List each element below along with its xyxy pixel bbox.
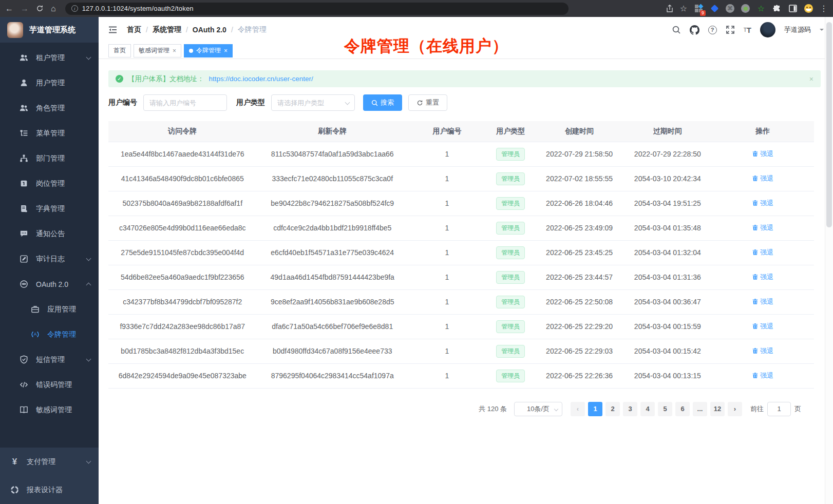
avatar[interactable] xyxy=(760,22,775,37)
sidebar: 芋道管理系统 租户管理 用户管理 角色管理 菜单管理 部门管理 xyxy=(0,17,99,504)
browser-menu-icon[interactable]: ⋮ xyxy=(820,5,828,13)
app-logo-bar[interactable]: 芋道管理系统 xyxy=(0,17,99,43)
sidebar-collapse-icon[interactable] xyxy=(108,26,118,34)
page-ellipsis[interactable]: ... xyxy=(693,402,707,416)
breadcrumb-system[interactable]: 系统管理 xyxy=(153,25,181,34)
fullscreen-icon[interactable] xyxy=(726,25,735,34)
page-button[interactable]: 4 xyxy=(640,402,655,416)
sidebar-item-oauth[interactable]: OAuth 2.0 xyxy=(0,272,99,297)
extension-wallet-icon[interactable]: 9 xyxy=(694,4,703,13)
username[interactable]: 芋道源码 xyxy=(784,25,811,34)
github-icon[interactable] xyxy=(690,25,699,35)
extension-command-icon[interactable]: ⌘ xyxy=(726,4,734,13)
page-button[interactable]: 5 xyxy=(658,402,672,416)
access-token-cell: f9336e7c7dd242a283ee98dc86b17a87 xyxy=(108,314,257,339)
page-button[interactable]: 1 xyxy=(588,402,602,416)
page-scrollbar[interactable] xyxy=(825,17,833,504)
close-icon[interactable]: × xyxy=(224,47,228,54)
site-info-icon[interactable]: i xyxy=(71,5,78,12)
profile-emoji-icon[interactable] xyxy=(804,4,813,13)
tenant-users-icon xyxy=(20,53,28,62)
sidebar-item-application[interactable]: 应用管理 xyxy=(0,297,99,322)
table-row: 54d6be82ee5a460a9aedc1f9bf22365649d1aa46… xyxy=(108,265,814,289)
extension-gem-icon[interactable] xyxy=(710,4,719,13)
next-page-button[interactable]: › xyxy=(728,402,742,416)
force-logout-button[interactable]: 强退 xyxy=(752,346,773,356)
sidebar-item-report-designer[interactable]: 报表设计器 xyxy=(0,476,99,504)
access-token-cell: 41c41346a548490f9dc8b01c6bfe0865 xyxy=(108,166,257,191)
sidebar-item-role[interactable]: 角色管理 xyxy=(0,95,99,121)
user-menu-caret-icon[interactable] xyxy=(820,29,824,33)
search-form: 用户编号 用户类型 搜索 重置 xyxy=(108,94,833,111)
extension-record-icon[interactable] xyxy=(741,4,750,13)
expire-time-cell: 2054-03-10 20:42:34 xyxy=(623,166,712,191)
scrollbar-thumb[interactable] xyxy=(826,22,832,227)
force-logout-button[interactable]: 强退 xyxy=(752,371,773,380)
bookmark-star-icon[interactable]: ☆ xyxy=(680,5,687,13)
page-button[interactable]: 6 xyxy=(675,402,690,416)
table-row: 275e5de9151045fe87cbdc395e004f4de6cfd40e… xyxy=(108,240,814,265)
page-button[interactable]: 2 xyxy=(605,402,620,416)
side-panel-icon[interactable] xyxy=(788,4,798,13)
sidebar-item-pay[interactable]: ¥ 支付管理 xyxy=(0,448,99,476)
force-logout-button[interactable]: 强退 xyxy=(752,322,773,331)
force-logout-button[interactable]: 强退 xyxy=(752,273,773,282)
force-logout-button[interactable]: 强退 xyxy=(752,248,773,257)
column-access-token: 访问令牌 xyxy=(108,121,257,142)
force-logout-button[interactable]: 强退 xyxy=(752,223,773,232)
page-size-select[interactable]: 10条/页 xyxy=(514,402,562,416)
browser-home-icon[interactable]: ⌂ xyxy=(51,5,56,13)
column-user-type: 用户类型 xyxy=(486,121,535,142)
browser-back-icon[interactable]: ← xyxy=(5,5,13,13)
force-logout-button[interactable]: 强退 xyxy=(752,174,773,183)
tab-home[interactable]: 首页 xyxy=(108,44,131,57)
force-logout-button[interactable]: 强退 xyxy=(752,199,773,208)
sidebar-item-audit-log[interactable]: 审计日志 xyxy=(0,246,99,272)
font-size-icon[interactable]: TT xyxy=(744,26,751,34)
sidebar-item-sms[interactable]: 短信管理 xyxy=(0,347,99,372)
sidebar-item-user[interactable]: 用户管理 xyxy=(0,70,99,95)
force-logout-button[interactable]: 强退 xyxy=(752,149,773,159)
force-logout-button[interactable]: 强退 xyxy=(752,297,773,306)
page-button[interactable]: 12 xyxy=(710,402,725,416)
tab-sensitive-word[interactable]: 敏感词管理× xyxy=(134,44,181,57)
sidebar-item-sensitive-word[interactable]: 敏感词管理 xyxy=(0,397,99,422)
browser-address-bar[interactable]: i 127.0.0.1:1024/system/oauth2/token xyxy=(65,3,569,15)
close-icon[interactable]: × xyxy=(173,47,176,54)
extension-star-icon[interactable]: ☆ xyxy=(756,4,766,13)
user-id-label: 用户编号 xyxy=(108,98,137,107)
doc-link[interactable]: https://doc.iocoder.cn/user-center/ xyxy=(209,75,313,83)
browser-refresh-icon[interactable] xyxy=(36,5,44,12)
breadcrumb-home[interactable]: 首页 xyxy=(127,25,141,34)
sidebar-item-token[interactable]: A 令牌管理 xyxy=(0,322,99,347)
sidebar-item-menu[interactable]: 菜单管理 xyxy=(0,121,99,146)
token-icon: A xyxy=(31,330,40,339)
prev-page-button[interactable]: ‹ xyxy=(571,402,585,416)
alert-close-icon[interactable]: × xyxy=(809,75,813,83)
sidebar-item-post[interactable]: 岗位管理 xyxy=(0,171,99,196)
user-id-input[interactable] xyxy=(143,94,227,111)
user-type-select[interactable] xyxy=(271,94,355,111)
search-icon[interactable] xyxy=(672,25,681,34)
table-row: 41c41346a548490f9dc8b01c6bfe0865333ecfc7… xyxy=(108,166,814,191)
user-type-label: 用户类型 xyxy=(236,98,265,107)
user-type-cell: 管理员 xyxy=(486,166,535,191)
refresh-icon xyxy=(416,100,423,106)
search-button[interactable]: 搜索 xyxy=(363,94,402,111)
share-icon[interactable] xyxy=(666,5,673,13)
sidebar-item-announcement[interactable]: 通知公告 xyxy=(0,221,99,246)
sidebar-item-dictionary[interactable]: 字典管理 xyxy=(0,196,99,221)
role-users-icon xyxy=(20,104,28,112)
tab-token[interactable]: 令牌管理× xyxy=(184,44,233,57)
goto-page-input[interactable] xyxy=(767,402,791,416)
column-expire-time: 过期时间 xyxy=(623,121,712,142)
sidebar-item-tenant[interactable]: 租户管理 xyxy=(0,45,99,70)
extensions-puzzle-icon[interactable] xyxy=(772,4,782,13)
sidebar-item-error-code[interactable]: 错误码管理 xyxy=(0,372,99,397)
sidebar-item-department[interactable]: 部门管理 xyxy=(0,146,99,171)
page-button[interactable]: 3 xyxy=(623,402,637,416)
help-icon[interactable]: ? xyxy=(708,26,717,34)
reset-button[interactable]: 重置 xyxy=(408,94,447,111)
browser-forward-icon[interactable]: → xyxy=(21,5,29,13)
breadcrumb-oauth[interactable]: OAuth 2.0 xyxy=(193,26,226,34)
